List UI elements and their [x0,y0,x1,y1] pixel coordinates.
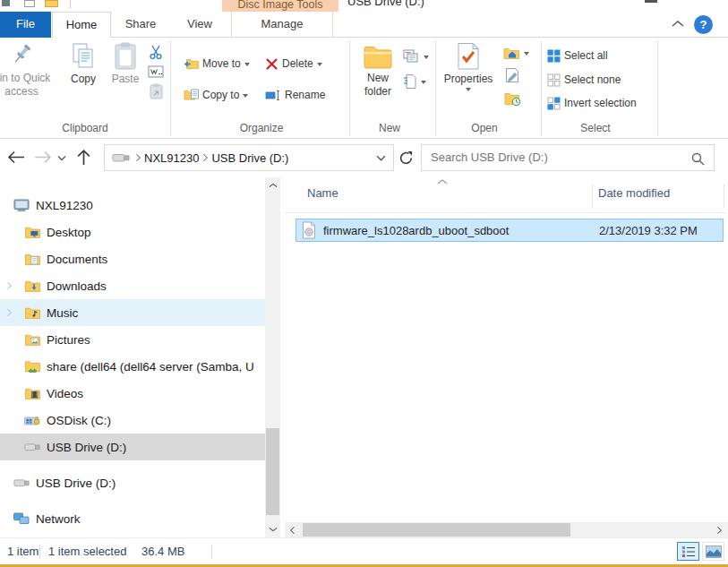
tab-file[interactable]: File [0,12,51,38]
status-bar: 1 item 1 item selected 36.4 MB [0,537,728,564]
large-icons-view-icon [706,546,722,558]
copy-path-button[interactable] [147,63,165,81]
select-none-button[interactable]: Select none [547,70,621,90]
expand-chevron-icon[interactable] [6,308,12,317]
quick-access-icon[interactable] [24,0,35,7]
edit-icon [505,67,519,83]
scroll-down-icon[interactable] [269,527,278,532]
file-row[interactable]: firmware_ls1028ardb_uboot_sdboot 2/13/20… [295,219,724,242]
explorer-window: Disc Image Tools USB Drive (D:) File Hom… [0,0,728,567]
search-box [421,144,715,171]
paste-shortcut-button[interactable] [147,82,165,100]
collapse-ribbon-icon[interactable] [671,20,685,28]
dropdown-arrow-icon [424,56,429,62]
rename-button[interactable]: Rename [265,85,325,105]
selection-count: 1 item selected [48,545,126,558]
address-dropdown-icon[interactable] [376,155,386,161]
group-divider [170,40,171,136]
recent-locations-button[interactable] [57,155,66,161]
scrollbar-thumb[interactable] [266,428,279,515]
invert-selection-icon [547,97,561,110]
scroll-right-icon[interactable] [716,526,722,535]
sidebar-item-label: USB Drive (D:) [40,441,126,454]
tab-share[interactable]: Share [111,12,170,37]
tab-home[interactable]: Home [52,12,111,38]
search-icon[interactable] [690,151,705,166]
sidebar-item-usb-drive[interactable]: USB Drive (D:) [0,434,265,460]
copy-path-icon [148,65,164,78]
scroll-left-icon[interactable] [290,526,295,535]
horizontal-scrollbar[interactable] [285,522,728,537]
sidebar-item-label: Network [30,512,81,526]
details-view-icon [681,546,696,557]
new-folder-label: New folder [355,72,401,99]
column-header-date-modified[interactable]: Date modified [598,186,670,200]
sidebar-item-videos[interactable]: Videos [0,380,265,407]
sidebar-item-usb-drive-root[interactable]: USB Drive (D:) [0,469,265,496]
sidebar-item-music[interactable]: Music [0,299,265,326]
group-label-clipboard: Clipboard [18,122,152,136]
tab-manage[interactable]: Manage [231,12,333,37]
delete-button[interactable]: Delete [265,54,322,73]
sidebar-item-share[interactable]: share (dell64 (dell64 server (Samba, U [0,353,265,380]
contextual-tab-header-label: Disc Image Tools [238,0,323,11]
refresh-button[interactable] [398,150,414,166]
column-header-name[interactable]: Name [307,186,338,200]
move-to-button[interactable]: Move to [184,54,250,73]
new-folder-icon [364,46,392,69]
open-button[interactable] [503,43,529,63]
back-button[interactable] [7,150,25,164]
history-icon [504,91,521,107]
column-divider[interactable] [724,185,724,208]
copy-to-button[interactable]: Copy to [184,85,248,105]
sidebar-item-downloads[interactable]: Downloads [0,272,265,299]
large-icons-view-button[interactable] [702,542,724,561]
expand-chevron-icon[interactable] [6,281,12,290]
usb-drive-icon [13,477,30,488]
sidebar-item-network[interactable]: Network [0,505,265,532]
easy-access-button[interactable] [403,47,429,66]
tab-view[interactable]: View [170,12,229,37]
minimize-icon[interactable] [645,0,657,3]
sidebar-item-pictures[interactable]: Pictures [0,326,265,353]
breadcrumb-computer[interactable]: NXL91230 [141,151,202,165]
cut-button[interactable] [147,43,165,61]
sidebar-item-nxl91230[interactable]: NXL91230 [0,192,265,219]
new-item-button[interactable] [403,72,426,91]
select-all-button[interactable]: Select all [547,46,608,65]
scrollbar-thumb[interactable] [303,523,570,537]
contextual-tab-header: Disc Image Tools [222,0,338,12]
new-folder-button[interactable]: New folder [355,39,401,99]
breadcrumb-drive[interactable]: USB Drive (D:) [208,151,292,165]
os-disk-icon [24,414,40,427]
sidebar-item-osdisk[interactable]: OSDisk (C:) [0,407,265,434]
pin-to-quick-access-button[interactable]: Pin to Quick access [0,39,56,99]
address-bar[interactable]: NXL91230 USB Drive (D:) [104,144,394,171]
sidebar-item-documents[interactable]: Documents [0,245,265,272]
scroll-up-icon[interactable] [269,183,278,188]
network-share-folder-icon [24,360,40,373]
column-divider[interactable] [592,185,593,208]
search-input[interactable] [422,145,683,168]
rename-label: Rename [285,89,325,101]
vertical-scrollbar[interactable] [265,177,280,537]
downloads-folder-icon [24,279,40,292]
move-to-icon [184,58,199,70]
sidebar-item-desktop[interactable]: Desktop [0,219,265,245]
paste-button[interactable]: Paste [106,39,145,86]
file-date-modified: 2/13/2019 3:32 PM [599,224,698,237]
sort-ascending-icon[interactable] [437,179,448,185]
up-button[interactable] [77,149,90,166]
properties-button[interactable]: Properties [441,39,496,94]
help-button[interactable]: ? [694,15,713,34]
copy-to-icon [184,89,199,101]
copy-button[interactable]: Copy [63,39,104,86]
edit-button[interactable] [503,66,521,84]
details-view-button[interactable] [677,542,699,561]
forward-button[interactable] [34,150,52,164]
folder-quick-icon[interactable] [45,0,58,7]
history-button[interactable] [503,90,521,107]
status-divider [211,545,212,559]
invert-selection-button[interactable]: Invert selection [547,93,637,113]
dropdown-arrow-icon [466,88,471,94]
